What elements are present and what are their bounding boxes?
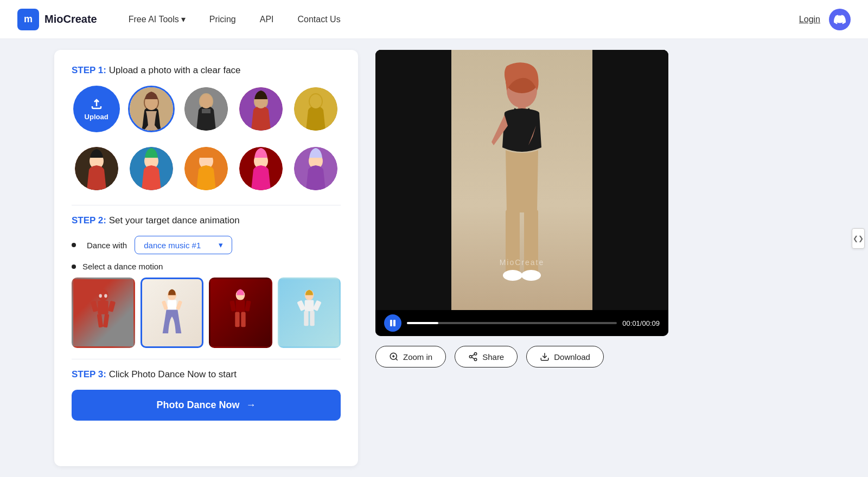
avatar-5[interactable] xyxy=(73,145,120,192)
progress-bar[interactable] xyxy=(407,322,617,324)
svg-point-52 xyxy=(503,270,522,281)
header: m MioCreate Free AI Tools ▾ Pricing API … xyxy=(0,0,868,39)
svg-rect-34 xyxy=(176,300,182,310)
share-button[interactable]: Share xyxy=(455,346,518,368)
step1-label: STEP 1: xyxy=(72,65,106,75)
svg-rect-37 xyxy=(235,312,240,327)
step2-label: STEP 2: xyxy=(72,215,106,225)
download-button[interactable]: Download xyxy=(526,346,604,368)
svg-rect-27 xyxy=(97,314,104,328)
svg-rect-6 xyxy=(202,109,210,113)
video-controls: 00:01/00:09 xyxy=(375,310,668,336)
svg-point-30 xyxy=(104,294,107,298)
avatar-7[interactable] xyxy=(183,145,229,192)
svg-rect-24 xyxy=(98,301,108,314)
avatar-4[interactable] xyxy=(292,86,339,132)
avatar-8[interactable] xyxy=(238,145,284,192)
step3-label: STEP 3: xyxy=(72,369,106,379)
svg-rect-42 xyxy=(304,300,314,311)
step3-desc: Click Photo Dance Now to start xyxy=(109,369,237,379)
motion-card-4[interactable] xyxy=(278,278,341,348)
step1-title: STEP 1: Upload a photo with a clear face xyxy=(72,65,341,76)
avatar-2[interactable] xyxy=(183,86,229,132)
logo-area[interactable]: m MioCreate xyxy=(17,9,97,30)
main-container: STEP 1: Upload a photo with a clear face… xyxy=(0,39,868,477)
right-panel: MioCreate 00:01/00:09 xyxy=(375,50,814,466)
svg-rect-44 xyxy=(310,311,314,326)
zoom-in-label: Zoom in xyxy=(403,352,432,362)
download-label: Download xyxy=(554,352,590,362)
divider-1 xyxy=(72,205,341,205)
svg-rect-40 xyxy=(245,300,251,312)
svg-point-12 xyxy=(310,94,322,108)
nav-free-ai-tools[interactable]: Free AI Tools ▾ xyxy=(119,10,195,29)
share-icon xyxy=(468,352,478,362)
svg-line-59 xyxy=(395,358,397,360)
chevron-down-icon: ▾ xyxy=(181,14,186,24)
nav-pricing[interactable]: Pricing xyxy=(200,10,246,29)
header-right: Login xyxy=(799,9,851,30)
video-display: MioCreate xyxy=(375,50,668,310)
video-container: MioCreate 00:01/00:09 xyxy=(375,50,668,336)
motion-card-3[interactable] xyxy=(209,278,272,348)
photo-dance-now-button[interactable]: Photo Dance Now → xyxy=(72,390,341,421)
svg-rect-36 xyxy=(236,300,245,312)
logo-name: MioCreate xyxy=(44,13,97,25)
motion-grid xyxy=(72,278,341,348)
svg-rect-28 xyxy=(103,314,110,328)
step1-desc: Upload a photo with a clear face xyxy=(109,65,241,75)
photo-dance-arrow-icon: → xyxy=(246,399,256,411)
step2-desc: Set your target dance animation xyxy=(109,215,240,225)
avatar-6[interactable] xyxy=(128,145,175,192)
svg-rect-38 xyxy=(241,312,246,327)
video-bg: MioCreate xyxy=(375,50,668,310)
upload-button[interactable]: Upload xyxy=(73,86,120,132)
svg-point-53 xyxy=(521,270,541,281)
svg-rect-45 xyxy=(297,300,305,311)
nav-api[interactable]: API xyxy=(250,10,284,29)
left-panel: STEP 1: Upload a photo with a clear face… xyxy=(54,50,358,466)
svg-rect-26 xyxy=(108,301,116,312)
bullet-2 xyxy=(72,265,76,269)
svg-point-5 xyxy=(200,94,212,108)
photo-grid-row2 xyxy=(72,145,341,192)
svg-rect-25 xyxy=(91,301,98,312)
svg-rect-39 xyxy=(230,300,237,312)
share-label: Share xyxy=(482,352,504,362)
svg-point-62 xyxy=(474,353,477,356)
dance-with-row: Dance with dance music #1 ▾ xyxy=(72,236,341,254)
photo-dance-btn-label: Photo Dance Now xyxy=(156,399,239,411)
bullet-1 xyxy=(72,243,76,247)
discord-icon[interactable] xyxy=(829,9,851,30)
svg-point-63 xyxy=(469,356,472,358)
dance-music-select[interactable]: dance music #1 ▾ xyxy=(135,236,232,254)
pause-button[interactable] xyxy=(384,314,401,332)
avatar-9[interactable] xyxy=(292,145,339,192)
collapse-panel-button[interactable]: ❮❯ xyxy=(852,228,865,249)
video-watermark: MioCreate xyxy=(500,258,545,267)
zoom-in-button[interactable]: Zoom in xyxy=(375,346,446,368)
step3-title: STEP 3: Click Photo Dance Now to start xyxy=(72,369,341,380)
zoom-in-icon xyxy=(389,352,399,362)
progress-fill xyxy=(407,322,438,324)
nav: Free AI Tools ▾ Pricing API Contact Us xyxy=(119,10,799,29)
download-icon xyxy=(540,352,550,362)
time-display: 00:01/00:09 xyxy=(622,319,660,327)
motion-card-2[interactable] xyxy=(141,278,204,348)
login-link[interactable]: Login xyxy=(799,15,820,24)
avatar-1[interactable] xyxy=(128,86,175,132)
svg-rect-32 xyxy=(167,300,176,310)
nav-contact-us[interactable]: Contact Us xyxy=(288,10,350,29)
svg-point-64 xyxy=(474,358,477,361)
svg-line-66 xyxy=(472,354,475,356)
motion-label: Select a dance motion xyxy=(72,262,341,271)
photo-grid-row1: Upload xyxy=(72,86,341,132)
step2-title: STEP 2: Set your target dance animation xyxy=(72,215,341,226)
avatar-3[interactable] xyxy=(238,86,284,132)
motion-card-1[interactable] xyxy=(72,278,135,348)
svg-rect-56 xyxy=(390,320,392,326)
svg-rect-57 xyxy=(393,320,395,326)
select-chevron-icon: ▾ xyxy=(219,240,223,250)
svg-rect-33 xyxy=(162,300,168,310)
step3-section: STEP 3: Click Photo Dance Now to start P… xyxy=(72,369,341,421)
